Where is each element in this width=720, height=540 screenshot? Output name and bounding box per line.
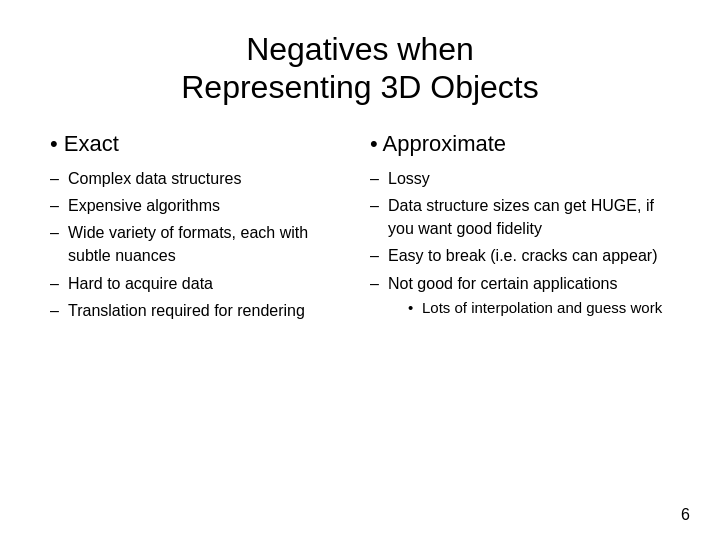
right-bullet-list: Lossy Data structure sizes can get HUGE,…: [370, 167, 670, 322]
content-columns: • Exact Complex data structures Expensiv…: [50, 131, 670, 510]
left-column: • Exact Complex data structures Expensiv…: [50, 131, 350, 510]
list-item: Not good for certain applications Lots o…: [370, 272, 670, 318]
page-number: 6: [681, 506, 690, 524]
list-item: Data structure sizes can get HUGE, if yo…: [370, 194, 670, 240]
sub-bullet-list: Lots of interpolation and guess work: [388, 297, 670, 318]
list-item: Wide variety of formats, each with subtl…: [50, 221, 350, 267]
list-item: Expensive algorithms: [50, 194, 350, 217]
right-header: • Approximate: [370, 131, 670, 157]
list-item: Lots of interpolation and guess work: [408, 297, 670, 318]
left-header: • Exact: [50, 131, 350, 157]
list-item: Lossy: [370, 167, 670, 190]
list-item: Easy to break (i.e. cracks can appear): [370, 244, 670, 267]
list-item: Translation required for rendering: [50, 299, 350, 322]
left-bullet-list: Complex data structures Expensive algori…: [50, 167, 350, 326]
slide: Negatives when Representing 3D Objects •…: [0, 0, 720, 540]
list-item: Complex data structures: [50, 167, 350, 190]
slide-title: Negatives when Representing 3D Objects: [50, 30, 670, 107]
right-column: • Approximate Lossy Data structure sizes…: [370, 131, 670, 510]
list-item: Hard to acquire data: [50, 272, 350, 295]
